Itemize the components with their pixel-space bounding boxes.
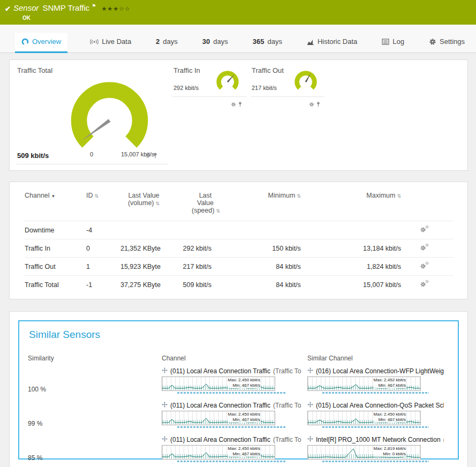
similar-sensors-panel: Similar Sensors Similarity Channel Simil…	[9, 311, 468, 467]
mini-graph[interactable]: Max: 2,819 kbit/s Min: 0 kbit/s	[307, 445, 421, 460]
graph-link-text[interactable]	[322, 426, 429, 428]
move-icon	[307, 367, 313, 375]
similar-row: 99 % (011) Local Area Connection Traffic…	[28, 402, 449, 428]
channel-settings-icon[interactable]	[420, 280, 429, 288]
traffic-in-gauge-block: Traffic In 292 kbit/s	[172, 65, 246, 166]
similar-row: 85 % (011) Local Area Connection Traffic…	[28, 436, 449, 462]
graph-min-label: Min: 467 kbit/s	[228, 417, 261, 423]
graph-link-text[interactable]	[177, 461, 286, 462]
move-icon	[307, 436, 313, 443]
channel-pin-icon[interactable]	[316, 100, 320, 109]
graph-labels: Max: 2,452 kbit/s Min: 467 kbit/s	[373, 378, 406, 388]
ok-check-icon: ✔	[5, 5, 11, 13]
last-value-volume: 37,275 KByte	[119, 276, 170, 294]
channel-link[interactable]: (011) Local Area Connection Traffic	[170, 436, 270, 443]
col-id[interactable]: ID⇅	[86, 190, 119, 221]
mini-graph[interactable]: Max: 2,452 kbit/s Min: 467 kbit/s	[307, 376, 421, 391]
settings-gear-icon	[429, 38, 436, 46]
tab-label: Settings	[440, 37, 465, 46]
minimum-value: 150 kbit/s	[221, 239, 311, 258]
channel-link[interactable]: (011) Local Area Connection Traffic	[170, 367, 270, 375]
col-maximum[interactable]: Maximum⇅	[311, 190, 411, 221]
graph-link-text[interactable]	[322, 392, 429, 394]
tab-settings[interactable]: Settings	[427, 33, 467, 53]
mini-graph[interactable]: Max: 2,450 kbit/s Min: 467 kbit/s	[162, 445, 275, 460]
channel-name: Traffic Out	[25, 258, 86, 276]
overview-icon	[21, 38, 29, 46]
sort-icon: ⇅	[397, 193, 401, 199]
gauge-scale-min: 0	[90, 151, 93, 157]
tab-30-days[interactable]: 30 days	[200, 33, 230, 53]
channel-link[interactable]: (016) Local Area Connection-WFP LightWei…	[316, 367, 444, 375]
mini-graph[interactable]: Max: 2,450 kbit/s Min: 467 kbit/s	[162, 376, 275, 391]
divider	[172, 96, 246, 97]
channel-name: Traffic Total	[25, 276, 86, 294]
tab-live-data[interactable]: Live Data	[88, 33, 133, 53]
move-icon	[162, 402, 168, 409]
graph-labels: Max: 2,450 kbit/s Min: 467 kbit/s	[228, 412, 261, 423]
last-value-volume	[119, 221, 170, 239]
channel-id: -4	[86, 221, 119, 239]
channel-suffix: (To	[443, 436, 444, 443]
channel-link[interactable]: (011) Local Area Connection Traffic	[170, 402, 270, 409]
graph-max-label: Max: 2,450 kbit/s	[228, 412, 261, 417]
channel-link[interactable]: (015) Local Area Connection-QoS Packet S…	[316, 402, 444, 409]
maximum-value: 15,007 kbit/s	[311, 276, 411, 294]
col-last-value-speed[interactable]: Last Value (speed)⇅	[170, 190, 221, 221]
tab-number: 365	[253, 37, 265, 46]
channel-id: -1	[86, 276, 119, 294]
sort-icon: ⇅	[216, 208, 220, 214]
graph-max-label: Max: 2,450 kbit/s	[228, 378, 261, 383]
traffic-total-gauge-block: Traffic Total 509 kbit/s 0 15,007 kbit/s	[16, 65, 168, 166]
gauge-panel: Traffic Total 509 kbit/s 0 15,007 kbit/s…	[9, 59, 468, 171]
flag-icon[interactable]: ⚑	[92, 3, 96, 9]
tab-log[interactable]: Log	[380, 33, 406, 53]
graph-labels: Max: 2,819 kbit/s Min: 0 kbit/s	[373, 446, 406, 457]
channel-settings-icon[interactable]	[420, 244, 429, 251]
graph-link-text[interactable]	[322, 461, 429, 462]
tab-number: 2	[156, 37, 160, 46]
table-row: Downtime -4	[25, 221, 454, 239]
table-row: Traffic In 0 21,352 KByte 292 kbit/s 150…	[25, 239, 454, 258]
tab-overview[interactable]: Overview	[15, 33, 67, 53]
sensor-title-row: SensorSNMP Traffic⚑★★★☆☆	[13, 3, 131, 12]
channel-gear-icon[interactable]	[231, 100, 236, 109]
graph-link-text[interactable]	[177, 426, 286, 428]
similar-channel-cell: Intel[R] PRO_1000 MT Network Connection …	[307, 436, 449, 462]
col-last-value-volume[interactable]: Last Value (volume)⇅	[119, 190, 170, 221]
table-row: Traffic Out 1 15,923 KByte 217 kbit/s 84…	[25, 258, 454, 276]
graph-link-text[interactable]	[177, 392, 286, 394]
channel-settings-icon[interactable]	[420, 225, 429, 233]
col-minimum[interactable]: Minimum⇅	[221, 190, 311, 221]
channel-suffix: (Traffic To	[273, 402, 301, 409]
col-channel[interactable]: Channel▼	[25, 190, 86, 221]
tab-label: days	[213, 37, 228, 46]
table-row: Traffic Total -1 37,275 KByte 509 kbit/s…	[25, 276, 454, 294]
last-value-volume: 21,352 KByte	[119, 239, 170, 258]
mini-graph[interactable]: Max: 2,450 kbit/s Min: 467 kbit/s	[307, 411, 421, 425]
graph-max-label: Max: 2,450 kbit/s	[228, 446, 261, 451]
mini-graph[interactable]: Max: 2,450 kbit/s Min: 467 kbit/s	[162, 411, 275, 425]
star-rating[interactable]: ★★★☆☆	[101, 5, 130, 12]
traffic-in-gauge	[213, 69, 242, 95]
similar-channel-cell: (016) Local Area Connection-WFP LightWei…	[307, 367, 449, 394]
channel-settings-icon[interactable]	[420, 262, 429, 269]
minimum-value: 84 kbit/s	[221, 276, 311, 294]
col-settings	[411, 190, 454, 221]
channel-table: Channel▼ ID⇅ Last Value (volume)⇅ Last V…	[25, 190, 454, 293]
channel-gear-icon[interactable]	[309, 100, 314, 109]
minimum-value: 84 kbit/s	[221, 258, 311, 276]
channel-pin-icon[interactable]	[238, 100, 242, 109]
tab-label: Overview	[32, 37, 61, 46]
tab-365-days[interactable]: 365 days	[251, 33, 284, 53]
channel-gear-icon[interactable]	[145, 151, 151, 161]
log-icon	[382, 39, 389, 45]
similarity-value: 99 %	[28, 420, 162, 428]
tab-2-days[interactable]: 2 days	[154, 33, 180, 53]
traffic-out-gauge	[291, 69, 320, 95]
channel-id: 0	[86, 239, 119, 258]
channel-pin-icon[interactable]	[153, 151, 157, 161]
graph-min-label: Min: 467 kbit/s	[373, 417, 406, 423]
tab-historic-data[interactable]: Historic Data	[305, 33, 359, 53]
channel-link[interactable]: Intel[R] PRO_1000 MT Network Connection	[316, 436, 441, 443]
